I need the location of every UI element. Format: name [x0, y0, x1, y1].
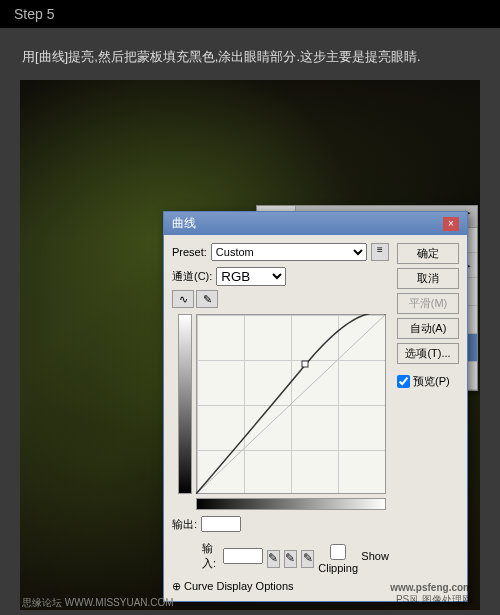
input-input[interactable]	[223, 548, 263, 564]
dialog-body: Preset: Custom ≡ 通道(C): RGB ∿ ✎	[164, 235, 467, 601]
eyedropper-white-icon[interactable]: ✎	[301, 550, 314, 568]
dialog-title-text: 曲线	[172, 215, 196, 232]
channel-label: 通道(C):	[172, 269, 212, 284]
step-header: Step 5	[0, 0, 500, 28]
channel-row: 通道(C): RGB	[172, 267, 389, 286]
smooth-button: 平滑(M)	[397, 293, 459, 314]
output-label: 输出:	[172, 517, 197, 532]
watermark-url: www.psfeng.com	[390, 582, 472, 594]
dialog-right: 确定 取消 平滑(M) 自动(A) 选项(T)... 预览(P)	[397, 243, 459, 593]
image-canvas: 图层 ▸ 正常 ▾ 不透明度: ▸ 锁定: □ ✎ ✥ 🔒 填充: ▸ 👁	[20, 80, 480, 610]
preset-menu-icon[interactable]: ≡	[371, 243, 389, 261]
cancel-button[interactable]: 取消	[397, 268, 459, 289]
options-button[interactable]: 选项(T)...	[397, 343, 459, 364]
close-icon[interactable]: ×	[443, 217, 459, 231]
pencil-tool-icon[interactable]: ✎	[196, 290, 218, 308]
svg-line-0	[196, 314, 386, 494]
watermark: www.psfeng.com PS风 图像处理网	[390, 582, 472, 606]
input-row: 输入: ✎ ✎ ✎ Show Clipping	[172, 538, 389, 574]
eyedropper-row: ✎ ✎ ✎ Show Clipping	[267, 544, 389, 574]
preview-checkbox[interactable]: 预览(P)	[397, 374, 459, 389]
svg-rect-1	[302, 361, 308, 367]
ok-button[interactable]: 确定	[397, 243, 459, 264]
footer-credit: 思缘论坛 WWW.MISSYUAN.COM	[22, 596, 174, 610]
eyedropper-black-icon[interactable]: ✎	[267, 550, 280, 568]
instruction-text: 用[曲线]提亮,然后把蒙板填充黑色,涂出眼睛部分.这步主要是提亮眼睛.	[0, 28, 500, 80]
curve-graph[interactable]	[196, 314, 386, 494]
dialog-titlebar[interactable]: 曲线 ×	[164, 212, 467, 235]
auto-button[interactable]: 自动(A)	[397, 318, 459, 339]
display-options-toggle[interactable]: Curve Display Options	[172, 580, 389, 593]
y-gradient	[178, 314, 192, 494]
show-clipping-check[interactable]: Show Clipping	[318, 544, 389, 574]
input-label: 输入:	[202, 541, 219, 571]
dialog-left: Preset: Custom ≡ 通道(C): RGB ∿ ✎	[172, 243, 389, 593]
curves-dialog: 曲线 × Preset: Custom ≡ 通道(C): RGB ∿ ✎	[163, 211, 468, 602]
preset-select[interactable]: Custom	[211, 243, 367, 261]
curve-tool-icon[interactable]: ∿	[172, 290, 194, 308]
eyedropper-gray-icon[interactable]: ✎	[284, 550, 297, 568]
tool-row: ∿ ✎	[172, 290, 389, 308]
output-row: 输出:	[172, 516, 389, 532]
preset-row: Preset: Custom ≡	[172, 243, 389, 261]
watermark-tagline: PS风 图像处理网	[390, 594, 472, 606]
preset-label: Preset:	[172, 246, 207, 258]
curve-path	[196, 314, 386, 494]
channel-select[interactable]: RGB	[216, 267, 286, 286]
output-input[interactable]	[201, 516, 241, 532]
x-gradient	[196, 498, 386, 510]
